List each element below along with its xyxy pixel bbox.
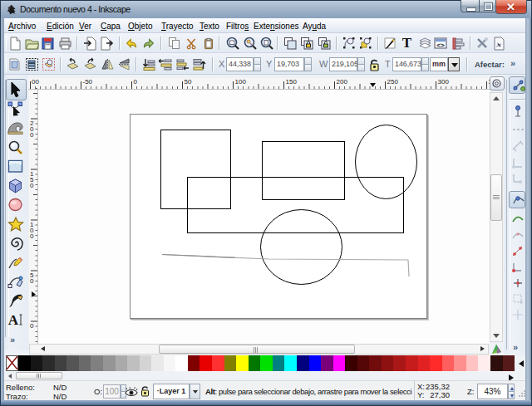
svg-text:100: 100 — [235, 78, 247, 86]
svg-text:00: 00 — [32, 78, 39, 86]
svg-text:0: 0 — [134, 78, 138, 86]
svg-text:250: 250 — [387, 78, 399, 86]
svg-text:50: 50 — [185, 78, 192, 86]
svg-text:300: 300 — [438, 78, 450, 86]
svg-text:200: 200 — [337, 78, 348, 86]
svg-text:-50: -50 — [83, 78, 93, 86]
svg-text:150: 150 — [286, 78, 298, 86]
